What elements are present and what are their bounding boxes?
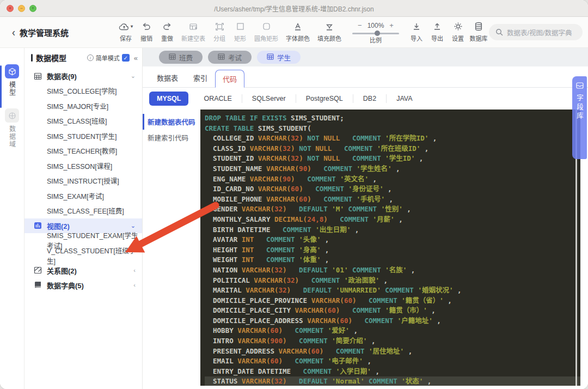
section-accent-bar xyxy=(31,54,33,62)
import-button[interactable]: 导入 xyxy=(406,21,427,42)
code-line: MARITAL VARCHAR(32) DEFAULT 'UNMARRIED' … xyxy=(205,285,580,296)
titlebar: × − + /Users/asher/tmp/学生信息管理系统-增加DB2.ch… xyxy=(0,0,588,17)
group-button[interactable]: 分组 xyxy=(209,21,230,42)
language-tabs: MYSQLORACLESQLServerPostgreSQLDB2JAVA xyxy=(143,88,588,110)
code-line: DOMICILE_PLACE_CITY VARCHAR(60) COMMENT … xyxy=(205,306,580,316)
zoom-label: 比例 xyxy=(370,35,382,44)
export-button[interactable]: 导出 xyxy=(427,21,448,42)
code-line: DOMICILE_PLACE_PROVINCE VARCHAR(60) COMM… xyxy=(205,296,580,306)
lang-tab[interactable]: MYSQL xyxy=(149,92,188,106)
tree-item[interactable]: SIMS_COLLEGE[学院] xyxy=(24,83,142,99)
dict-icon xyxy=(33,281,42,289)
lang-tab[interactable]: SQLServer xyxy=(242,94,296,103)
zoom-slider[interactable] xyxy=(352,33,399,34)
content-area: 班费考试学生 数据表索引代码 MYSQLORACLESQLServerPostg… xyxy=(143,48,588,389)
tree-item[interactable]: V_CLASS_STUDENT[班级学生] xyxy=(24,248,142,263)
lang-tab[interactable]: DB2 xyxy=(353,94,387,103)
code-line: DROP TABLE IF EXISTS SIMS_STUDENT; xyxy=(205,113,580,124)
collapse-sidebar-icon[interactable]: « xyxy=(134,54,138,62)
sql-code-panel[interactable]: DROP TABLE IF EXISTS SIMS_STUDENT;CREATE… xyxy=(200,110,580,386)
chevron-down-icon[interactable]: ⌄ xyxy=(131,222,136,229)
rail-active-indicator xyxy=(0,65,2,108)
table-icon xyxy=(218,53,225,62)
back-chevron-icon: ‹ xyxy=(12,27,15,38)
code-line: HEIGHT INT COMMENT '身高' , xyxy=(205,245,580,256)
rail-item-data-domain[interactable]: 数据域 xyxy=(5,108,19,148)
settings-button[interactable]: 设置 xyxy=(448,21,468,42)
code-menu-item[interactable]: 新建索引代码 xyxy=(143,130,200,145)
simple-mode-label: 简单模式 xyxy=(96,53,120,62)
diagram-tab-label: 班费 xyxy=(179,52,193,63)
chevron-left-icon[interactable]: ‹ xyxy=(133,267,136,273)
font-color-icon xyxy=(293,21,302,33)
rail-item-model[interactable]: 模型 xyxy=(5,64,19,96)
zoom-in-button[interactable]: + xyxy=(389,21,394,29)
lang-tab[interactable]: ORACLE xyxy=(194,94,242,103)
detail-tabs: 数据表索引代码 xyxy=(143,66,588,88)
diagram-tab-active[interactable]: 学生 xyxy=(257,51,301,64)
info-icon: i xyxy=(87,54,94,61)
tree-item[interactable]: SIMS_STUDENT[学生] xyxy=(24,129,142,144)
new-empty-table-button[interactable]: 新建空表 xyxy=(177,21,209,42)
simple-mode-checkbox[interactable]: ✓ xyxy=(122,54,130,62)
code-line: GENDER VARCHAR(32) DEFAULT 'M' COMMENT '… xyxy=(205,204,580,215)
tree-section[interactable]: 数据表(9)⌄ xyxy=(24,69,142,83)
zoom-value: 100% xyxy=(367,22,384,29)
table-icon xyxy=(267,53,274,62)
tree-item[interactable]: SIMS_CLASS[班级] xyxy=(24,113,142,129)
undo-button[interactable]: 撤销 xyxy=(136,21,157,42)
database-button[interactable]: 数据库 xyxy=(468,21,489,42)
rectangle-icon xyxy=(236,21,244,33)
code-menu-item[interactable]: 新建数据表代码 xyxy=(143,114,200,130)
back-to-home[interactable]: ‹ 教学管理系统 xyxy=(12,27,115,38)
tab-active[interactable]: 代码 xyxy=(215,70,244,88)
code-line: INTRO VARCHAR(900) COMMENT '简要介绍' , xyxy=(205,336,580,347)
tree-item[interactable]: SIMS_MAJOR[专业] xyxy=(24,99,142,114)
rounded-rectangle-button[interactable]: 圆角矩形 xyxy=(250,21,282,42)
code-line: POLITICAL VARCHAR(32) COMMENT '政治面貌' , xyxy=(205,276,580,286)
tab-inactive[interactable]: 数据表 xyxy=(149,68,186,87)
lang-tab[interactable]: PostgreSQL xyxy=(296,94,353,103)
chevron-down-icon[interactable]: ⌄ xyxy=(131,72,136,80)
left-rail: 模型 数据域 xyxy=(0,48,24,389)
rectangle-button[interactable]: 矩形 xyxy=(230,21,250,42)
fill-color-button[interactable]: 填充颜色 xyxy=(314,21,345,42)
save-dropdown-caret[interactable]: ▾ xyxy=(131,24,133,29)
diagram-tab-inactive[interactable]: 班费 xyxy=(159,51,203,64)
tree-section[interactable]: 数据字典(5)‹ xyxy=(24,278,142,293)
save-button[interactable]: ▾ 保存 xyxy=(115,21,136,42)
code-line: STUDENT_ID VARCHAR(32) NOT NULL COMMENT … xyxy=(205,154,580,164)
code-line: CLASS_ID VARCHAR(32) NOT NULL COMMENT '所… xyxy=(205,144,580,154)
field-library-tab[interactable]: 字段库 xyxy=(572,76,587,159)
zoom-slider-handle[interactable] xyxy=(375,31,380,36)
tree-section-label: 数据表(9) xyxy=(47,71,77,81)
code-line: ENTRY_DATE DATETIME COMMENT '入学日期' , xyxy=(205,367,580,377)
model-cube-icon xyxy=(5,64,19,78)
field-library-label: 字段库 xyxy=(574,94,585,121)
tab-inactive[interactable]: 索引 xyxy=(186,68,215,87)
code-line: COLLEGE_ID VARCHAR(32) NOT NULL COMMENT … xyxy=(205,133,580,144)
lang-tab[interactable]: JAVA xyxy=(387,94,422,103)
model-tree: 数据表(9)⌄SIMS_COLLEGE[学院]SIMS_MAJOR[专业]SIM… xyxy=(24,68,142,293)
redo-button[interactable]: 重做 xyxy=(157,21,177,42)
zoom-out-button[interactable]: − xyxy=(358,21,362,29)
redo-icon xyxy=(162,21,172,33)
fill-color-icon xyxy=(325,21,334,33)
tree-item[interactable]: SIMS_CLASS_FEE[班费] xyxy=(24,203,142,218)
font-color-button[interactable]: 字体颜色 xyxy=(282,21,314,42)
chevron-left-icon[interactable]: ‹ xyxy=(133,282,136,288)
model-sidebar: 数据模型 i 简单模式 ✓ « 数据表(9)⌄SIMS_COLLEGE[学院]S… xyxy=(24,48,143,389)
search-box[interactable]: 数据表/视图/数据字典 xyxy=(489,24,583,40)
code-line: DOMICILE_PLACE_ADDRESS VARCHAR(60) COMME… xyxy=(205,316,580,326)
diagram-tab-label: 学生 xyxy=(277,52,291,63)
code-line: WEIGHT INT COMMENT '体重' , xyxy=(205,255,580,265)
toolbar: ‹ 教学管理系统 ▾ 保存 撤销 xyxy=(0,17,588,48)
tree-section-label: 关系图(2) xyxy=(47,265,77,276)
tree-item[interactable]: SIMS_EXAM[考试] xyxy=(24,189,142,204)
tree-item[interactable]: SIMS_LESSON[课程] xyxy=(24,159,142,174)
diagram-tab-inactive[interactable]: 考试 xyxy=(208,51,252,64)
tree-item[interactable]: SIMS_INSTRUCT[授课] xyxy=(24,173,142,189)
tree-item[interactable]: SIMS_TEACHER[教师] xyxy=(24,143,142,159)
project-title: 教学管理系统 xyxy=(20,27,69,38)
diagram-tab-label: 考试 xyxy=(228,52,242,63)
